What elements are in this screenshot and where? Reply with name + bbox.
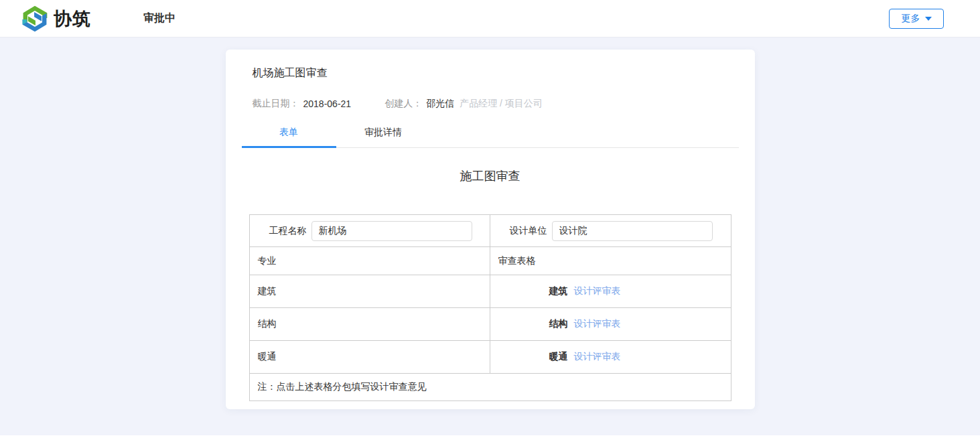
approval-meta: 截止日期： 2018-06-21 创建人： 邵光信 产品经理 / 项目公司 <box>226 80 755 110</box>
discipline-architecture: 建筑 <box>249 275 490 308</box>
tab-approval-detail[interactable]: 审批详情 <box>336 124 431 147</box>
creator-role: 产品经理 / 项目公司 <box>460 98 543 110</box>
deadline-label: 截止日期： <box>253 98 299 110</box>
discipline-hvac: 暖通 <box>249 341 490 374</box>
caret-down-icon <box>925 17 932 21</box>
brand-name: 协筑 <box>54 7 91 31</box>
review-form-link-structure[interactable]: 设计评审表 <box>573 318 620 329</box>
table-row-headers: 专业 审查表格 <box>249 247 731 275</box>
table-row: 建筑 建筑 设计评审表 <box>249 275 731 308</box>
table-row-inputs: 工程名称 设计单位 <box>249 215 731 247</box>
form-name-structure: 结构 <box>549 318 568 329</box>
table-row: 暖通 暖通 设计评审表 <box>249 341 731 374</box>
review-form-link-architecture[interactable]: 设计评审表 <box>573 285 620 296</box>
tab-bar: 表单 审批详情 <box>242 124 739 148</box>
tab-form[interactable]: 表单 <box>242 124 336 147</box>
creator-name: 邵光信 <box>426 98 454 110</box>
more-button[interactable]: 更多 <box>889 9 944 29</box>
project-name-label: 工程名称 <box>268 225 307 237</box>
column-header-discipline: 专业 <box>249 247 490 275</box>
approval-card: 机场施工图审查 截止日期： 2018-06-21 创建人： 邵光信 产品经理 /… <box>226 50 755 409</box>
page-title: 审批中 <box>143 11 176 25</box>
more-button-label: 更多 <box>902 13 920 25</box>
brand[interactable]: 协筑 <box>20 5 91 33</box>
creator-label: 创建人： <box>384 98 422 110</box>
xiezhu-logo-icon <box>20 5 50 33</box>
form-name-architecture: 建筑 <box>549 285 568 296</box>
form-title: 施工图审查 <box>226 168 755 184</box>
top-header: 协筑 审批中 更多 <box>0 0 980 38</box>
table-row: 结构 结构 设计评审表 <box>249 308 731 341</box>
deadline-value: 2018-06-21 <box>303 98 352 109</box>
table-row-note: 注：点击上述表格分包填写设计审查意见 <box>249 374 731 401</box>
approval-title: 机场施工图审查 <box>226 50 755 80</box>
design-unit-label: 设计单位 <box>508 225 547 237</box>
form-note: 注：点击上述表格分包填写设计审查意见 <box>249 374 731 401</box>
discipline-structure: 结构 <box>249 308 490 341</box>
column-header-review-form: 审查表格 <box>490 247 731 275</box>
design-unit-input[interactable] <box>552 221 713 241</box>
review-form-link-hvac[interactable]: 设计评审表 <box>573 351 620 362</box>
review-form-table: 工程名称 设计单位 专业 审查表格 建筑 建筑 设计评审表 结构 <box>249 214 731 401</box>
bottom-strip <box>0 435 980 438</box>
project-name-input[interactable] <box>311 221 472 241</box>
form-name-hvac: 暖通 <box>549 351 568 362</box>
